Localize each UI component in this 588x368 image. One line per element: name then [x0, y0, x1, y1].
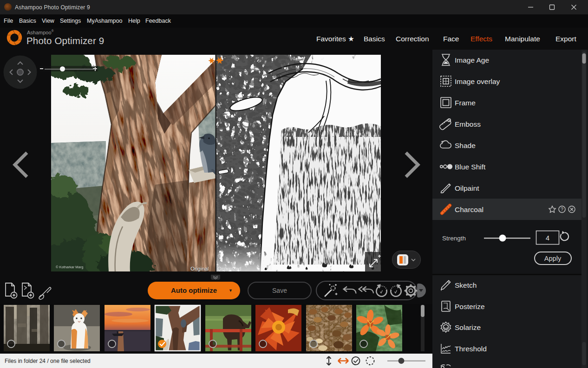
svg-text:Blue Shift: Blue Shift	[455, 163, 486, 171]
svg-text:Shade: Shade	[455, 142, 476, 149]
svg-text:Sketch: Sketch	[455, 281, 477, 289]
svg-text:Emboss: Emboss	[455, 120, 481, 128]
svg-text:© Kotharkar Marg: © Kotharkar Marg	[56, 265, 83, 269]
svg-text:Frame: Frame	[455, 99, 476, 107]
svg-text:Strength: Strength	[442, 235, 466, 242]
svg-text:Charcoal: Charcoal	[455, 206, 483, 213]
svg-text:Optimized: Optimized	[217, 266, 242, 271]
svg-text:Image Age: Image Age	[455, 56, 489, 64]
svg-text:Image overlay: Image overlay	[455, 77, 500, 85]
svg-text:Oilpaint: Oilpaint	[455, 184, 479, 192]
svg-text:Original: Original	[190, 266, 209, 271]
svg-text:Apply: Apply	[544, 255, 562, 262]
svg-text:4: 4	[546, 234, 549, 242]
svg-text:?: ?	[561, 207, 563, 212]
svg-text:Solarize: Solarize	[455, 323, 481, 331]
svg-text:Threshold: Threshold	[455, 345, 487, 353]
svg-text:Posterize: Posterize	[455, 303, 485, 310]
